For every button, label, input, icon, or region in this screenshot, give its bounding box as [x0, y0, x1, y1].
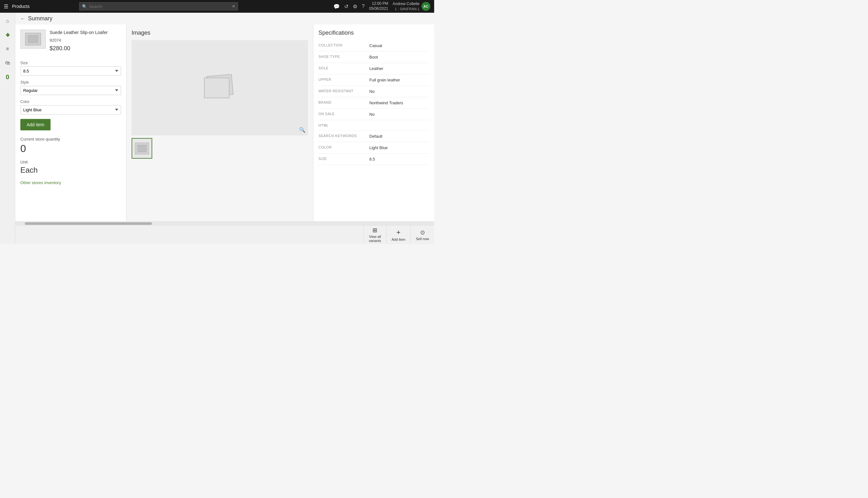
spec-row: COLLECTION Casual: [318, 40, 429, 52]
spec-value: Northwind Traders: [369, 101, 429, 105]
spec-key: HTML: [318, 123, 369, 127]
current-qty-value: 0: [21, 143, 121, 155]
color-label: Color: [21, 100, 121, 104]
sell-now-button[interactable]: ⊙ Sell now: [410, 225, 434, 244]
size-label: Size: [21, 61, 121, 65]
spec-row: BRAND Northwind Traders: [318, 97, 429, 109]
search-input[interactable]: [89, 4, 230, 9]
search-bar: 🔍 ✕: [79, 2, 238, 11]
sell-now-icon: ⊙: [420, 229, 425, 236]
spec-value: Default: [369, 134, 429, 139]
spec-row: COLOR Light Blue: [318, 142, 429, 154]
sidebar-item-cart[interactable]: 🛍: [2, 57, 13, 69]
spec-value: Casual: [369, 43, 429, 48]
sidebar-item-badge: 0: [2, 71, 13, 83]
spec-value: Light Blue: [369, 145, 429, 150]
thumbnail-item[interactable]: [132, 138, 152, 159]
back-button[interactable]: ←: [21, 16, 25, 22]
spec-row: SEARCH KEYWORDS Default: [318, 131, 429, 142]
spec-key: SHOE TYPE: [318, 55, 369, 58]
spec-value: Leather: [369, 66, 429, 71]
sidebar-item-products[interactable]: ❖: [2, 29, 13, 41]
scrollbar-thumb[interactable]: [25, 222, 152, 225]
main-image-area: 🔍: [132, 40, 308, 135]
add-item-bottom-label: Add item: [392, 238, 405, 241]
page-header: ← Summary: [15, 13, 434, 25]
main-image-stack: [204, 75, 236, 101]
topbar-icons: 💬 ↺ ⚙ ?: [334, 3, 365, 10]
chat-icon[interactable]: 💬: [334, 3, 340, 10]
spec-key: SOLE: [318, 66, 369, 70]
product-name: Suede Leather Slip-on Loafer: [50, 29, 108, 36]
thumb-icon: [138, 145, 147, 152]
current-qty-label: Current store quantity: [21, 137, 121, 142]
spec-key: SEARCH KEYWORDS: [318, 134, 369, 138]
scrollbar-area[interactable]: [15, 221, 434, 225]
avatar: AC: [421, 2, 430, 11]
spec-key: UPPER: [318, 78, 369, 81]
add-item-button[interactable]: Add item: [21, 119, 51, 130]
help-icon[interactable]: ?: [362, 3, 365, 9]
style-group: Style Regular Wide Narrow: [21, 80, 121, 95]
spec-row: HTML: [318, 120, 429, 131]
spec-key: COLLECTION: [318, 43, 369, 47]
specs-rows: COLLECTION Casual SHOE TYPE Boot SOLE Le…: [318, 40, 429, 165]
spec-key: SIZE: [318, 157, 369, 161]
product-info: Suede Leather Slip-on Loafer 92074 $280.…: [50, 29, 108, 57]
topbar-user: Andrew Collette 1 · SANFRAN-1 AC: [393, 2, 430, 11]
spec-value: No: [369, 112, 429, 117]
spec-key: WATER RESISTANT: [318, 89, 369, 93]
topbar-datetime: 12:00 PM 05/06/2021: [369, 1, 388, 11]
color-select[interactable]: Light Blue Black Brown White: [21, 105, 121, 115]
unit-value: Each: [21, 166, 121, 174]
app-title: Products: [12, 4, 29, 9]
product-thumbnail: [21, 29, 46, 49]
grid-icon: ⊞: [372, 227, 377, 234]
spec-key: ON SALE: [318, 112, 369, 116]
product-sku: 92074: [50, 38, 108, 43]
size-select[interactable]: 8.5 7 8 9 10 11: [21, 66, 121, 76]
add-item-bottom-button[interactable]: + Add item: [386, 225, 410, 244]
other-stores-link[interactable]: Other stores inventory: [21, 180, 61, 185]
product-price: $280.00: [50, 45, 108, 52]
sidebar-item-menu[interactable]: ≡: [2, 43, 13, 55]
spec-row: UPPER Full grain leather: [318, 75, 429, 86]
plus-icon: +: [396, 228, 401, 237]
refresh-icon[interactable]: ↺: [344, 3, 348, 10]
spec-row: SOLE Leather: [318, 63, 429, 75]
spec-value: Boot: [369, 55, 429, 60]
zoom-icon[interactable]: 🔍: [299, 127, 306, 133]
product-image: [25, 33, 41, 45]
close-icon[interactable]: ✕: [232, 4, 235, 9]
style-select[interactable]: Regular Wide Narrow: [21, 86, 121, 95]
topbar-right: 💬 ↺ ⚙ ? 12:00 PM 05/06/2021 Andrew Colle…: [334, 1, 430, 11]
hamburger-menu-icon[interactable]: ☰: [4, 3, 8, 10]
spec-key: BRAND: [318, 101, 369, 104]
sell-now-label: Sell now: [416, 237, 429, 241]
sidebar-item-home[interactable]: ⌂: [2, 15, 13, 27]
thumbnail-row: [132, 138, 308, 159]
page-title: Summary: [28, 15, 52, 22]
main-content: Suede Leather Slip-on Loafer 92074 $280.…: [15, 25, 434, 221]
search-icon: 🔍: [82, 4, 87, 9]
style-label: Style: [21, 80, 121, 84]
topbar: ☰ Products 🔍 ✕ 💬 ↺ ⚙ ? 12:00 PM 05/06/20…: [0, 0, 434, 13]
content: ← Summary Suede Leather Slip-on Loafer 9…: [15, 13, 434, 244]
unit-label: Unit: [21, 160, 121, 165]
view-all-variants-button[interactable]: ⊞ View allvariants: [363, 225, 386, 244]
spec-row: ON SALE No: [318, 109, 429, 120]
bottom-bar: ⊞ View allvariants + Add item ⊙ Sell now: [15, 225, 434, 244]
spec-value: Full grain leather: [369, 78, 429, 82]
spec-value: No: [369, 89, 429, 94]
spec-value: 8.5: [369, 157, 429, 161]
color-group: Color Light Blue Black Brown White: [21, 100, 121, 115]
images-title: Images: [132, 29, 308, 36]
settings-icon[interactable]: ⚙: [353, 3, 357, 10]
image-front: [204, 78, 230, 98]
spec-row: WATER RESISTANT No: [318, 86, 429, 97]
view-all-variants-label: View allvariants: [369, 235, 381, 243]
spec-row: SHOE TYPE Boot: [318, 52, 429, 63]
sidebar: ⌂ ❖ ≡ 🛍 0: [0, 13, 15, 244]
specifications-column: Specifications COLLECTION Casual SHOE TY…: [313, 25, 434, 221]
app-body: ⌂ ❖ ≡ 🛍 0 ← Summary Suede Le: [0, 13, 434, 244]
